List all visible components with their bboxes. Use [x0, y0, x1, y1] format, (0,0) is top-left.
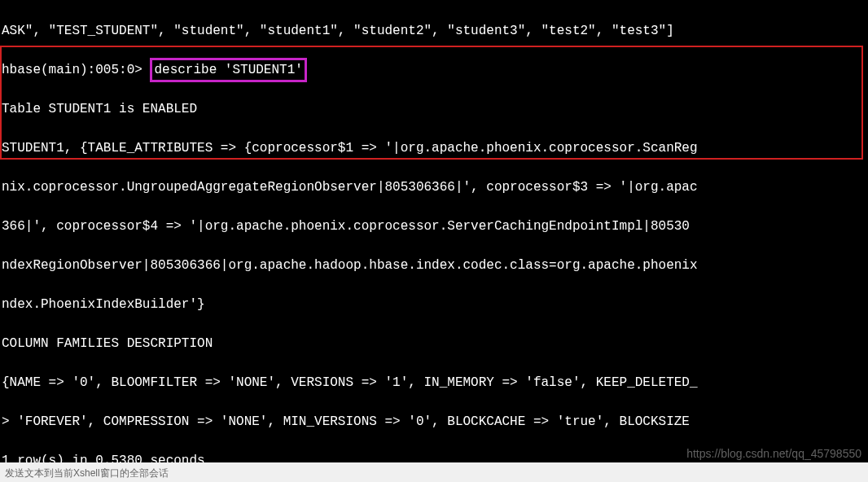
watermark-text: https://blog.csdn.net/qq_45798550 — [686, 445, 861, 462]
output-line: ASK", "TEST_STUDENT", "student", "studen… — [2, 21, 866, 41]
output-line: {NAME => '0', BLOOMFILTER => 'NONE', VER… — [2, 373, 866, 392]
terminal-output[interactable]: ASK", "TEST_STUDENT", "student", "studen… — [2, 2, 866, 482]
output-line: ndex.PhoenixIndexBuilder'} — [2, 295, 866, 314]
output-line: STUDENT1, {TABLE_ATTRIBUTES => {coproces… — [2, 138, 866, 158]
prompt-line: hbase(main):005:0> describe 'STUDENT1' — [2, 60, 866, 80]
status-bar: 发送文本到当前Xshell窗口的全部会话 — [0, 462, 868, 482]
output-line: > 'FOREVER', COMPRESSION => 'NONE', MIN_… — [2, 412, 866, 432]
prompt-prefix: hbase(main):005:0> — [2, 63, 150, 77]
command-highlight: describe 'STUDENT1' — [150, 58, 306, 82]
output-line: Table STUDENT1 is ENABLED — [2, 99, 866, 119]
output-line: 366|', coprocessor$4 => '|org.apache.pho… — [2, 217, 866, 236]
output-line: nix.coprocessor.UngroupedAggregateRegion… — [2, 177, 866, 197]
status-text: 发送文本到当前Xshell窗口的全部会话 — [5, 467, 169, 479]
output-line: ndexRegionObserver|805306366|org.apache.… — [2, 256, 866, 275]
output-line: COLUMN FAMILIES DESCRIPTION — [2, 334, 866, 353]
